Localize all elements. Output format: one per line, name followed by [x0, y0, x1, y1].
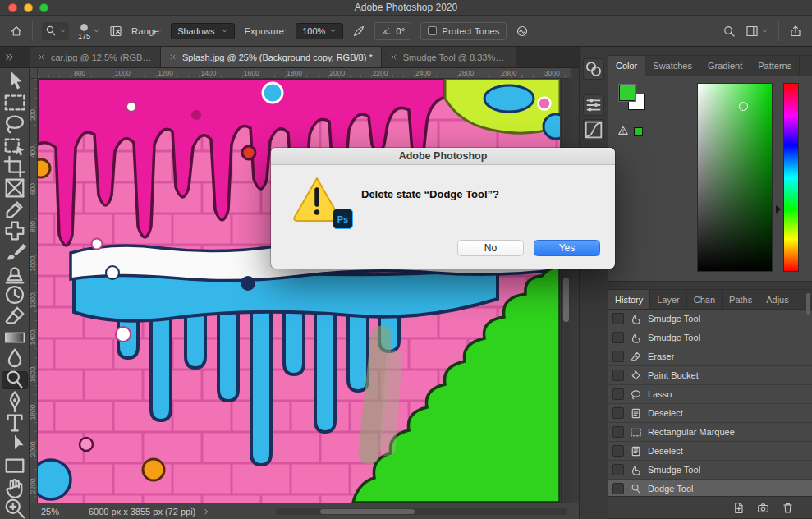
history-source-checkbox[interactable] — [612, 426, 624, 438]
history-state[interactable]: Lasso — [608, 385, 812, 404]
history-source-checkbox[interactable] — [612, 407, 624, 419]
history-state[interactable]: Eraser — [608, 347, 812, 366]
close-button[interactable] — [8, 3, 17, 12]
status-chevron-icon[interactable] — [202, 508, 210, 516]
panel-tab-paths[interactable]: Paths — [723, 290, 759, 309]
eraser-tool[interactable] — [2, 308, 27, 324]
panel-tab-chan[interactable]: Chan — [687, 290, 723, 309]
new-snapshot-icon[interactable] — [757, 502, 769, 514]
horizontal-scrollbar[interactable] — [276, 508, 567, 515]
object-selection-tool[interactable] — [2, 137, 27, 154]
protect-tones-control[interactable]: Protect Tones — [420, 22, 507, 40]
type-tool[interactable] — [2, 415, 27, 431]
history-state[interactable]: Paint Bucket — [608, 366, 812, 385]
zoom-tool[interactable] — [2, 500, 27, 517]
history-source-checkbox[interactable] — [612, 445, 624, 457]
frame-tool[interactable] — [2, 180, 27, 196]
vertical-scrollbar[interactable] — [561, 79, 571, 503]
brush-preset-picker[interactable]: 175 — [78, 22, 100, 40]
history-source-checkbox[interactable] — [612, 483, 624, 494]
websafe-color-swatch[interactable] — [634, 127, 643, 136]
move-tool[interactable] — [2, 73, 27, 90]
exposure-select[interactable]: 100% — [296, 23, 343, 39]
lasso-tool[interactable] — [2, 116, 27, 132]
brush-tool[interactable] — [2, 244, 27, 260]
dialog-titlebar[interactable]: Adobe Photoshop — [271, 148, 615, 165]
history-source-checkbox[interactable] — [612, 370, 624, 381]
marquee-tool[interactable] — [2, 94, 27, 111]
panel-tab-swatches[interactable]: Swatches — [645, 56, 700, 76]
delete-state-icon[interactable] — [782, 502, 794, 514]
history-state[interactable]: Smudge Tool — [608, 310, 812, 328]
panel-tab-history[interactable]: History — [608, 290, 650, 309]
horizontal-ruler[interactable]: 8001000120014001600180020002200240026002… — [38, 68, 571, 79]
path-selection-tool[interactable] — [2, 436, 27, 452]
workspace-switcher[interactable] — [745, 25, 768, 38]
zoom-level[interactable]: 25% — [41, 507, 77, 517]
panel-tab-layer[interactable]: Layer — [650, 290, 687, 309]
current-tool-preview[interactable] — [42, 22, 69, 40]
panel-tab-gradient[interactable]: Gradient — [700, 56, 750, 76]
expand-panels-icon[interactable] — [4, 52, 15, 62]
eyedropper-tool[interactable] — [2, 201, 27, 218]
history-source-checkbox[interactable] — [612, 332, 624, 343]
foreground-color-swatch[interactable] — [619, 85, 635, 101]
history-scrollbar-thumb[interactable] — [806, 293, 810, 315]
history-source-checkbox[interactable] — [612, 388, 624, 400]
history-state[interactable]: Deselect — [608, 442, 812, 461]
color-picker-ring[interactable] — [739, 102, 748, 111]
vertical-scrollbar-thumb[interactable] — [563, 278, 569, 322]
panel-tab-patterns[interactable]: Patterns — [750, 56, 800, 76]
history-state[interactable]: Smudge Tool — [608, 461, 812, 480]
search-icon[interactable] — [723, 25, 736, 38]
close-tab-icon[interactable] — [38, 53, 45, 61]
docked-panel-curves-icon[interactable] — [583, 119, 604, 140]
history-state[interactable]: Rectangular Marquee — [608, 423, 812, 442]
airbrush-icon[interactable] — [352, 25, 365, 38]
panel-tab-color[interactable]: Color — [608, 56, 645, 76]
history-state[interactable]: Deselect — [608, 404, 812, 423]
home-icon[interactable] — [10, 25, 23, 38]
minimize-button[interactable] — [24, 3, 33, 12]
document-tab[interactable]: Splash.jpg @ 25% (Background copy, RGB/8… — [161, 47, 382, 67]
fullscreen-button[interactable] — [39, 3, 48, 12]
gradient-tool[interactable] — [2, 329, 27, 346]
share-icon[interactable] — [789, 25, 802, 38]
close-tab-icon[interactable] — [169, 53, 177, 61]
yes-button[interactable]: Yes — [534, 240, 600, 256]
hand-tool[interactable] — [2, 479, 27, 495]
toggle-brush-settings-icon[interactable] — [109, 25, 122, 38]
pen-tool[interactable] — [2, 393, 27, 410]
history-state[interactable]: Dodge Tool — [608, 480, 812, 496]
smoothing-icon[interactable] — [516, 25, 529, 38]
range-select[interactable]: Shadows — [171, 23, 235, 39]
document-tab[interactable]: Smudge Tool @ 8.33%… — [382, 47, 516, 67]
hue-slider[interactable] — [783, 83, 799, 272]
new-document-from-state-icon[interactable] — [732, 502, 745, 514]
canvas[interactable] — [38, 79, 560, 503]
history-state[interactable]: Smudge Tool — [608, 328, 812, 347]
docked-panel-sliders-icon[interactable] — [583, 94, 604, 116]
close-tab-icon[interactable] — [390, 53, 397, 61]
panel-menu-icon[interactable] — [801, 56, 812, 67]
horizontal-scrollbar-thumb[interactable] — [320, 509, 415, 514]
protect-tones-checkbox[interactable] — [428, 26, 437, 35]
panel-tab-adjus[interactable]: Adjus — [759, 290, 796, 309]
docked-panel-adjustments-icon[interactable] — [583, 58, 604, 80]
no-button[interactable]: No — [457, 240, 524, 256]
gamut-warning-icon[interactable] — [617, 125, 629, 136]
dodge-tool[interactable] — [2, 372, 27, 388]
history-source-checkbox[interactable] — [612, 313, 624, 324]
rectangle-tool[interactable] — [2, 457, 27, 474]
history-source-checkbox[interactable] — [612, 464, 624, 475]
saturation-brightness-field[interactable] — [697, 83, 773, 272]
history-source-checkbox[interactable] — [612, 351, 624, 362]
spot-healing-tool[interactable] — [2, 223, 27, 239]
crop-tool[interactable] — [2, 158, 27, 175]
history-brush-tool[interactable] — [2, 287, 27, 303]
blur-tool[interactable] — [2, 351, 27, 367]
brush-angle-control[interactable]: 0° — [374, 22, 411, 40]
document-tab[interactable]: car.jpg @ 12.5% (RGB… — [30, 47, 161, 67]
clone-stamp-tool[interactable] — [2, 265, 27, 282]
vertical-ruler[interactable]: 2004006008001000120014001600180020002200 — [30, 79, 38, 503]
